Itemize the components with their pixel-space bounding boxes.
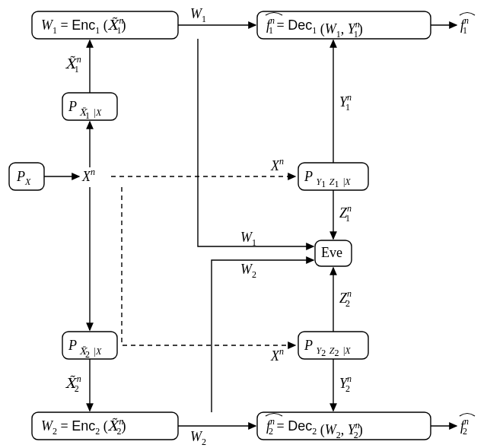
xt1n-label: X̃n1: [65, 54, 81, 75]
y1n-label: Yn1: [339, 92, 352, 113]
w2-eve-label: W2: [240, 262, 256, 280]
system-diagram: PX Xn P X̃1 |X X̃n1 W1 = Enc1 (X̃n1) P X…: [0, 0, 487, 448]
z2n-label: Zn2: [339, 288, 352, 309]
w1-eve-label: W1: [240, 230, 256, 248]
edge-xn-py2: [122, 187, 295, 345]
z1n-label: Zn1: [339, 203, 352, 224]
xn-py2-label: Xn: [270, 346, 284, 364]
eve-label: Eve: [321, 245, 342, 260]
y2n-label: Yn2: [339, 373, 352, 394]
edge-w1-eve: [198, 39, 314, 246]
out1-label: fn1: [460, 15, 469, 36]
xt2n-label: X̃n2: [65, 373, 81, 394]
xn-label: Xn: [81, 167, 95, 184]
out2-label: fn2: [460, 416, 469, 437]
xn-py1-label: Xn: [270, 156, 284, 173]
w2-bot-label: W2: [190, 429, 206, 447]
w1-top-label: W1: [190, 6, 206, 24]
